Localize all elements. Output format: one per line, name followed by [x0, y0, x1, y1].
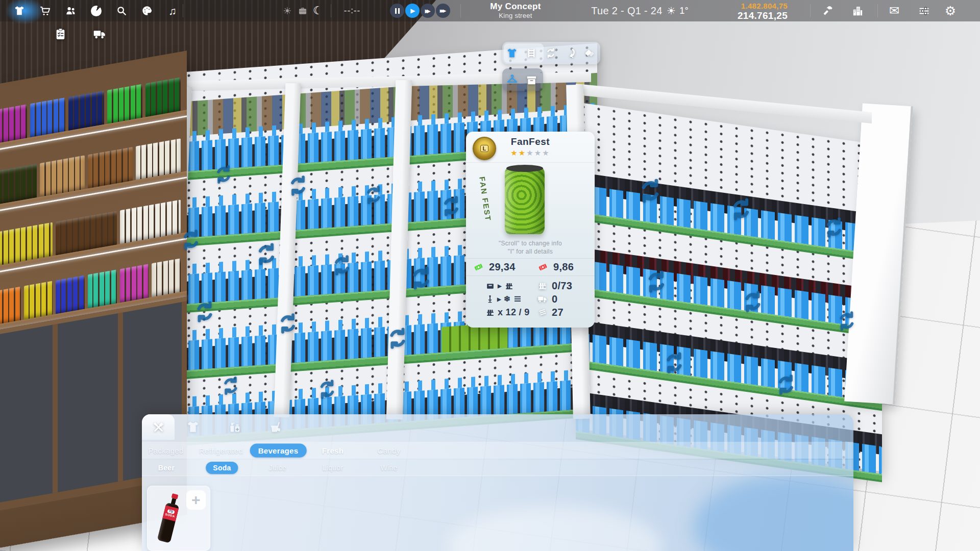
store-name: My Concept [470, 1, 561, 12]
undo-icon[interactable] [560, 42, 580, 64]
music-icon[interactable]: ♫ [160, 0, 185, 21]
snowflake-icon: ❄ [504, 294, 510, 304]
store-location: King street [470, 12, 561, 20]
moon-icon[interactable]: ☾ [310, 0, 326, 21]
statistics-icon[interactable] [83, 0, 109, 21]
arrow-right-icon: ▶ [497, 296, 501, 302]
shelf-lines-icon [513, 294, 522, 304]
food-utensils-icon [152, 420, 165, 434]
delivery-truck-icon[interactable] [88, 23, 111, 44]
time-controls: ▶ ▶▶ ▶▶▶ [390, 4, 450, 18]
weather-sun-icon: ☀ [667, 6, 676, 16]
buy-price: 9,86 [553, 261, 574, 273]
product-tooltip-card: L FanFest ★★★★★ FAN FEST "Scroll" to cha… [466, 132, 595, 328]
products-shirt-icon[interactable] [502, 42, 522, 64]
price-row: 29,34 9,86 [466, 258, 595, 276]
clock-time: --:-- [338, 0, 366, 21]
category-fresh[interactable]: Fresh [322, 446, 344, 455]
card-stats: ▶ ▶ ❄ x 12 / 9 0/73 0 [466, 276, 595, 319]
store-info: My Concept King street [470, 1, 561, 20]
fastest-forward-button[interactable]: ▶▶▶ [436, 4, 450, 18]
category-candy[interactable]: Candy [378, 446, 401, 455]
buildings-icon[interactable] [846, 0, 869, 21]
storage-stack-icon [537, 307, 548, 317]
sun-icon[interactable]: ☀ [280, 0, 295, 21]
right-toolbar-3: ✉ [883, 0, 905, 21]
mail-icon[interactable]: ✉ [883, 0, 905, 21]
category-band: Packaged Refrigerated Beverages Fresh Ca… [142, 442, 853, 459]
tab-health[interactable] [219, 414, 250, 440]
search-icon[interactable] [109, 0, 134, 21]
category-packaged[interactable]: Packaged [148, 446, 183, 455]
shelf-capacity-value: 0/73 [552, 280, 572, 292]
tab-food[interactable] [142, 414, 175, 440]
play-button[interactable]: ▶ [405, 4, 420, 18]
wardrobe-icon[interactable] [7, 0, 32, 21]
subcategory-beer[interactable]: Beer [158, 464, 175, 472]
category-beverages[interactable]: Beverages [250, 443, 307, 457]
tab-cleaning[interactable] [260, 414, 291, 440]
right-toolbar-4 [913, 0, 935, 21]
shelf-items-icon [485, 308, 495, 317]
star-icon: ★ [526, 148, 534, 157]
subcategory-liquor[interactable]: Liquor [323, 464, 344, 472]
temperature: 1° [679, 6, 689, 16]
product-tile-soda[interactable]: TD SODA + [147, 486, 210, 551]
game-date: Tue 2 - Q1 - 24 [576, 0, 678, 21]
card-stats-right: 0/73 0 27 [537, 279, 572, 319]
subcategory-wine[interactable]: Wine [380, 464, 397, 472]
swap-icon[interactable] [541, 42, 560, 64]
build-icon[interactable] [817, 0, 839, 21]
hint-scroll: "Scroll" to change info [466, 239, 595, 247]
cleaning-bucket-icon [269, 420, 283, 434]
right-toolbar-5: ⚙ [939, 0, 962, 21]
shelf-rack-icon[interactable] [522, 42, 541, 64]
tab-clothing[interactable] [178, 414, 208, 440]
subcategory-juice[interactable]: Juice [269, 464, 286, 472]
card-header: L FanFest ★★★★★ [466, 132, 595, 163]
brand-logo: L [473, 137, 496, 160]
soda-bottle-image: TD SODA [157, 492, 182, 543]
fast-forward-button[interactable]: ▶▶ [421, 4, 435, 18]
sell-ticket-icon [473, 262, 484, 272]
hanger-icon[interactable] [502, 68, 522, 91]
delivery-truck-icon [537, 294, 548, 304]
star-icon: ★ [534, 148, 542, 157]
pause-button[interactable] [390, 4, 404, 18]
category-refrigerated[interactable]: Refrigerated [199, 446, 243, 455]
shelf-tools-row2 [502, 68, 543, 91]
cart-icon[interactable] [32, 0, 58, 21]
settings-icon[interactable]: ⚙ [939, 0, 962, 21]
stand-icon [485, 294, 495, 304]
storage-row: 27 [537, 306, 572, 319]
balances: 1.482.804,75 214.761,25 [708, 2, 788, 21]
subcategory-band: Beer Soda Juice Liquor Wine [142, 460, 853, 476]
top-bar: ♫ ☀ ☾ --:-- ▶ ▶▶ ▶▶▶ My Concept King str… [0, 0, 980, 21]
game-screen: ♫ ☀ ☾ --:-- ▶ ▶▶ ▶▶▶ My Concept King str… [0, 0, 980, 551]
design-icon[interactable] [134, 0, 160, 21]
star-icon: ★ [519, 148, 526, 157]
sell-price: 29,34 [489, 261, 516, 273]
crate-icon [485, 281, 495, 291]
briefcase-icon[interactable] [295, 0, 310, 21]
subcategory-soda[interactable]: Soda [206, 462, 238, 474]
shelf-items-icon [504, 281, 514, 291]
box-icon[interactable] [522, 68, 541, 91]
catalog-panel: Packaged Refrigerated Beverages Fresh Ca… [142, 414, 853, 551]
health-products-icon [228, 420, 242, 434]
card-hints: "Scroll" to change info "I" for all deta… [466, 238, 595, 256]
arrow-right-icon: ▶ [498, 283, 502, 289]
tasks-clipboard-icon[interactable] [49, 23, 71, 44]
right-toolbar [817, 0, 839, 21]
sub-toolbar [49, 23, 111, 44]
add-product-button[interactable]: + [186, 490, 206, 510]
star-icon: ★ [542, 148, 550, 157]
product-image: FAN FEST [466, 163, 595, 238]
shelf-capacity-row: 0/73 [537, 279, 572, 292]
hint-details: "I" for all details [466, 247, 595, 256]
storage-value: 27 [552, 307, 564, 318]
delivery-value: 0 [552, 293, 557, 305]
customers-icon[interactable] [58, 0, 83, 21]
filters-icon[interactable] [913, 0, 935, 21]
eraser-icon[interactable] [580, 42, 599, 64]
